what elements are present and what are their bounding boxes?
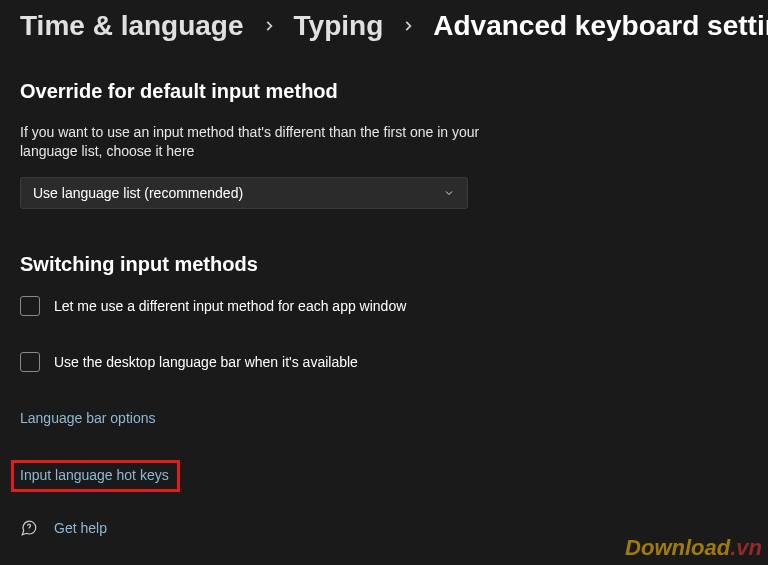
switching-heading: Switching input methods (20, 253, 748, 276)
dropdown-selected-value: Use language list (recommended) (33, 185, 243, 201)
checkbox-desktop-language-bar[interactable]: Use the desktop language bar when it's a… (20, 352, 748, 372)
checkbox-label: Use the desktop language bar when it's a… (54, 354, 358, 370)
override-description: If you want to use an input method that'… (20, 123, 480, 161)
get-help-label: Get help (54, 520, 107, 536)
checkbox-label: Let me use a different input method for … (54, 298, 406, 314)
highlight-annotation: Input language hot keys (11, 460, 180, 492)
link-input-language-hotkeys[interactable]: Input language hot keys (20, 467, 169, 483)
watermark: Download.vn (625, 535, 762, 561)
breadcrumb: Time & language Typing Advanced keyboard… (20, 10, 748, 42)
chevron-right-icon (262, 19, 276, 33)
checkbox-box[interactable] (20, 296, 40, 316)
override-heading: Override for default input method (20, 80, 748, 103)
get-help-link[interactable]: Get help (20, 519, 107, 537)
chevron-right-icon (401, 19, 415, 33)
checkbox-box[interactable] (20, 352, 40, 372)
link-language-bar-options[interactable]: Language bar options (16, 408, 159, 428)
breadcrumb-time-language[interactable]: Time & language (20, 10, 244, 42)
breadcrumb-current: Advanced keyboard settings (433, 10, 768, 42)
help-icon (20, 519, 38, 537)
breadcrumb-typing[interactable]: Typing (294, 10, 384, 42)
chevron-down-icon (443, 187, 455, 199)
default-input-method-dropdown[interactable]: Use language list (recommended) (20, 177, 468, 209)
checkbox-per-app-input-method[interactable]: Let me use a different input method for … (20, 296, 748, 316)
svg-point-0 (29, 530, 30, 531)
